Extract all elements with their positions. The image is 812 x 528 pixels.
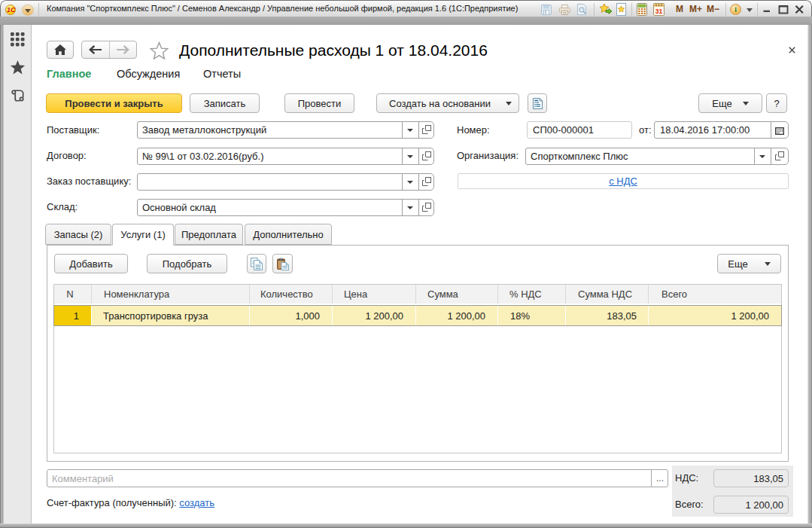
svg-text:31: 31 xyxy=(655,8,663,15)
